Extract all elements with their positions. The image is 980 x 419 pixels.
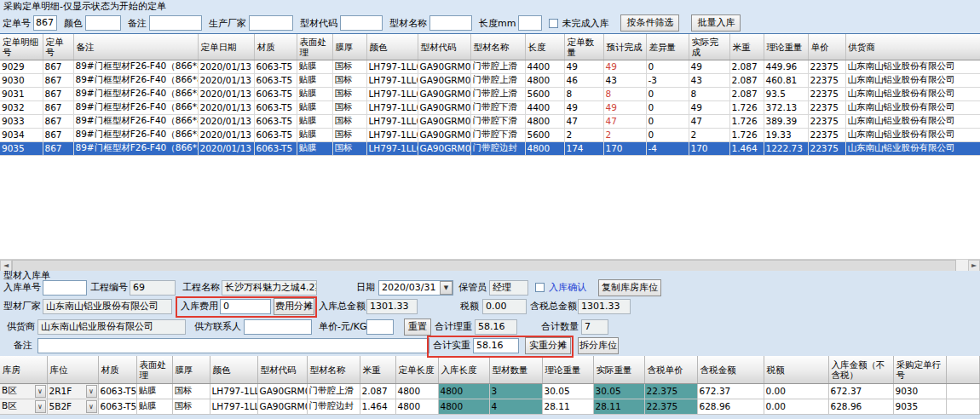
total-qty-field[interactable]: 7 <box>581 319 608 335</box>
column-header[interactable]: 差异量 <box>646 34 689 60</box>
cell[interactable]: GA90GRM05 <box>257 399 307 414</box>
remark-field[interactable] <box>37 338 429 353</box>
cell[interactable]: 867 <box>43 114 73 128</box>
cell[interactable]: GA90GRM03 <box>418 87 470 100</box>
cell[interactable]: 0 <box>646 60 689 73</box>
project-name-field[interactable]: 长沙万科魅力之城4.2期 <box>222 280 317 296</box>
cell[interactable]: 0.00 <box>764 399 828 414</box>
cell[interactable]: 49 <box>603 60 646 73</box>
total-amount-field[interactable]: 1301.33 <box>366 299 418 314</box>
column-header[interactable]: 材质 <box>254 34 297 60</box>
cell[interactable]: 30.05 <box>542 383 593 399</box>
column-header[interactable]: 实际重量 <box>593 356 644 383</box>
cell[interactable]: 贴膜 <box>297 100 332 114</box>
dropdown-arrow-icon[interactable]: ∨ <box>86 385 97 398</box>
cell[interactable]: 89#门框型材F26-F40（866*867） <box>73 114 198 128</box>
cell[interactable]: 1.464 <box>360 399 395 414</box>
cell[interactable]: 49 <box>564 60 603 73</box>
scroll-right-icon[interactable]: ► <box>968 260 980 272</box>
cell[interactable]: GA90GRM04 <box>418 114 470 128</box>
contact-field[interactable] <box>244 319 312 335</box>
cell[interactable]: 170 <box>603 141 646 155</box>
cell[interactable]: 170 <box>689 141 729 155</box>
column-header[interactable]: 型材名称 <box>470 34 525 60</box>
cell[interactable]: B区∨ <box>0 399 47 414</box>
total-theoretical-field[interactable]: 58.16 <box>475 319 517 335</box>
cell[interactable]: 0.00 <box>764 383 828 399</box>
table-row[interactable]: 903386789#门框型材F26-F40（866*867）2020/01/13… <box>0 114 980 128</box>
column-header[interactable]: 定单明细号 <box>0 34 43 60</box>
remark-input[interactable] <box>149 15 202 31</box>
cell[interactable]: 372.13 <box>764 100 808 114</box>
cell[interactable]: 0 <box>646 100 689 114</box>
cell[interactable]: LH797-1LL0 <box>366 73 418 87</box>
cell[interactable]: 4400 <box>525 100 564 114</box>
cell[interactable]: 门带腔上滑 <box>470 73 525 87</box>
cell[interactable]: 2 <box>689 128 729 141</box>
cell[interactable]: 5600 <box>525 87 564 100</box>
cell[interactable]: 0 <box>646 87 689 100</box>
cell[interactable]: 867 <box>43 87 73 100</box>
batch-inbound-button[interactable]: 批量入库 <box>691 14 741 32</box>
cell[interactable]: 47 <box>603 114 646 128</box>
cell[interactable]: 22375 <box>808 73 845 87</box>
reset-button[interactable]: 重置 <box>404 319 431 336</box>
cell[interactable]: 2.087 <box>360 383 395 399</box>
cell[interactable]: 5600 <box>525 128 564 141</box>
cell[interactable]: 93.5 <box>764 87 808 100</box>
cell[interactable]: 8 <box>603 87 646 100</box>
cell[interactable]: 6063-T5 <box>98 399 136 414</box>
unfinished-inbound-checkbox[interactable] <box>549 19 558 28</box>
cell[interactable]: 460.81 <box>764 73 808 87</box>
cell[interactable]: 山东南山铝业股份有限公司 <box>845 60 980 73</box>
cell[interactable]: 山东南山铝业股份有限公司 <box>845 114 980 128</box>
cell[interactable]: 867 <box>43 60 73 73</box>
column-header[interactable]: 备注 <box>73 34 198 60</box>
cell[interactable]: 4800 <box>525 73 564 87</box>
cell[interactable]: 8 <box>689 87 729 100</box>
dropdown-arrow-icon[interactable]: ∨ <box>35 400 46 413</box>
cell[interactable]: 628.96 <box>828 399 893 414</box>
profile-code-input[interactable] <box>340 15 383 31</box>
column-header[interactable]: 含税金额 <box>697 356 764 383</box>
cell[interactable]: 89#门框型材F26-F40（866*867） <box>73 87 198 100</box>
cell[interactable]: 5B2F∨ <box>47 399 98 414</box>
cell[interactable]: B区∨ <box>0 383 47 399</box>
cell[interactable]: GA90GRM03 <box>257 383 307 399</box>
cell[interactable]: 4800 <box>525 114 564 128</box>
cell[interactable]: 门带腔边封 <box>470 141 525 155</box>
cell[interactable]: 867 <box>43 73 73 87</box>
cell[interactable]: 贴膜 <box>297 141 332 155</box>
cell[interactable]: 2020/01/13 <box>198 141 254 155</box>
column-header[interactable]: 型材名称 <box>307 356 360 383</box>
cell[interactable]: LH797-1LL0 <box>366 128 418 141</box>
cell[interactable]: 国标 <box>332 100 366 114</box>
cell[interactable]: 国标 <box>332 128 366 141</box>
cell[interactable]: 867 <box>43 141 73 155</box>
keeper-field[interactable]: 经理 <box>489 280 528 296</box>
cell[interactable]: 贴膜 <box>297 114 332 128</box>
column-header[interactable]: 型材代码 <box>257 356 307 383</box>
cell[interactable]: 9035 <box>0 141 43 155</box>
cell[interactable]: 89#门框型材F26-F40（866*867） <box>73 73 198 87</box>
column-header[interactable]: 实际完成 <box>689 34 729 60</box>
cell[interactable]: 9035 <box>893 399 946 414</box>
cell[interactable]: 9030 <box>893 383 946 399</box>
cell[interactable]: 9033 <box>0 114 43 128</box>
cell[interactable]: 贴膜 <box>297 60 332 73</box>
cell[interactable]: 389.39 <box>764 114 808 128</box>
cell[interactable]: 628.96 <box>697 399 764 414</box>
cell[interactable]: 贴膜 <box>136 399 172 414</box>
column-header[interactable]: 库位 <box>47 356 98 383</box>
cell[interactable]: 89#门框型材F26-F40（866*867） <box>73 141 198 155</box>
table-row[interactable]: B区∨5B2F∨6063-T5贴膜国标LH797-1LL0GA90GRM05门带… <box>0 399 980 414</box>
fee-split-button[interactable]: 费用分摊 <box>274 298 314 315</box>
filter-by-condition-button[interactable]: 按条件筛选 <box>620 14 679 32</box>
cell[interactable]: 6063-T5 <box>254 73 297 87</box>
cell[interactable]: 3 <box>489 383 542 399</box>
tax-field[interactable]: 0.00 <box>482 299 527 314</box>
column-header[interactable]: 含税单价 <box>644 356 697 383</box>
cell[interactable]: 贴膜 <box>297 128 332 141</box>
cell[interactable]: 0 <box>646 128 689 141</box>
cell[interactable]: 山东南山铝业股份有限公司 <box>845 73 980 87</box>
